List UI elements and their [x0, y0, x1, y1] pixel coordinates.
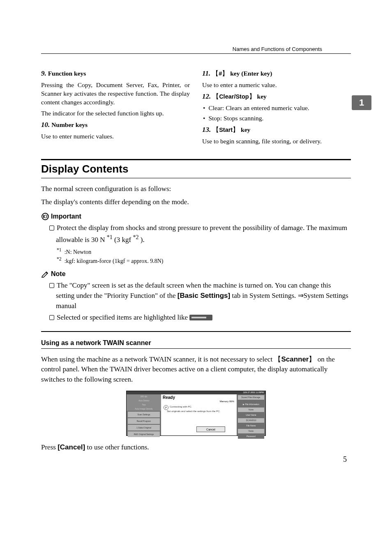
item-9-title: Function keys [48, 70, 86, 77]
item-9-text-2: The indicator for the selected function … [41, 109, 190, 118]
note-icon [41, 270, 49, 278]
item-12-head: 12. 【Clear/Stop】 key [202, 92, 351, 101]
section-p2: The display's contents differ depending … [41, 197, 351, 207]
running-header: Names and Functions of Components [233, 46, 322, 52]
figure-left-btn-3: 1 Sided Original [128, 425, 160, 431]
subsection-p2c: to use other functions. [85, 443, 149, 451]
figure-memory: Memory 99% [220, 400, 234, 403]
item-11-head: 11. 【#】 key (Enter key) [202, 69, 351, 78]
item-13-tail: key [241, 126, 250, 133]
subsection-scanner-key: Scanner [281, 355, 309, 363]
note-1: The "Copy" screen is set as the default … [41, 281, 351, 311]
note-1b: [Basic Settings] [178, 292, 230, 299]
figure-right-top: Stored Files Manage. [238, 395, 264, 400]
important-callout: Important [41, 212, 351, 221]
figure-connect-2: Set originals and select the settings fr… [167, 410, 220, 412]
note-label: Note [51, 270, 66, 278]
figure-left-tab-4: Auto Image Density [127, 407, 161, 411]
item-12-bullet-2: Stop: Stops scanning. [202, 114, 351, 123]
item-10-num: 10. [41, 121, 50, 129]
item-13-num: 13. [202, 126, 211, 134]
checkbox-icon [49, 283, 54, 288]
section-rule-top [41, 159, 351, 160]
header-rule [41, 53, 351, 54]
figure-right-item-6: Password [238, 434, 264, 439]
two-column-block: 9. Function keys Pressing the Copy, Docu… [41, 69, 351, 148]
item-12-tail: key [257, 93, 267, 100]
item-12-bullet-1: Clear: Clears an entered numeric value. [202, 104, 351, 113]
item-11-text: Use to enter a numeric value. [202, 81, 351, 90]
subsection-title: Using as a network TWAIN scanner [41, 339, 351, 347]
figure-right-item-0: ▶ File Information [238, 402, 264, 407]
figure-left-btn-4: R&D Original Settings [128, 431, 160, 437]
figure-right-item-2: User Name [238, 413, 264, 417]
checkbox-icon [49, 315, 54, 320]
figure-left-btn-1: Scan Settings [128, 412, 160, 417]
subsection-p1: When using the machine as a network TWAI… [41, 355, 351, 385]
figure-date: JUN 27.2002 11:09PM [243, 391, 264, 394]
figure-right-item-4: File Name [238, 424, 264, 428]
subsection-cancel-ref: [Cancel] [58, 443, 85, 451]
important-text: Protect the display from shocks and stro… [41, 223, 351, 245]
section-p1: The normal screen configuration is as fo… [41, 184, 351, 194]
figure-left-tab-3: Text [127, 403, 161, 407]
note-2: Selected or specified items are highligh… [41, 313, 351, 323]
item-13-key: Start [219, 127, 233, 133]
item-13-head: 13. 【Start】 key [202, 125, 351, 135]
item-12-num: 12. [202, 92, 211, 100]
note-callout: Note [41, 270, 351, 278]
subsection-rule-top [41, 331, 351, 332]
important-text-a: Protect the display from shocks and stro… [56, 224, 347, 244]
item-10-text-1: Use to enter numeric values. [41, 132, 190, 141]
item-11-tail: key (Enter key) [230, 70, 272, 77]
important-icon [41, 212, 49, 221]
item-9-head: 9. Function keys [41, 69, 190, 78]
figure-topbar: JUN 27.2002 11:09PM [127, 391, 265, 394]
item-12-list: Clear: Clears an entered numeric value. … [202, 104, 351, 123]
item-10-title: Number keys [51, 121, 88, 128]
subsection-rule-bottom [41, 348, 351, 349]
item-11-num: 11. [202, 69, 210, 77]
item-12-key: Clear/Stop [219, 93, 249, 100]
subsection-p2: Press [Cancel] to use other functions. [41, 442, 351, 453]
figure-right-item-5: None [238, 429, 264, 433]
item-10-head: 10. Number keys [41, 120, 190, 130]
figure-left-tab-1: 200 dpi [127, 394, 161, 398]
figure-left-btn-2: Recall Program [128, 418, 160, 424]
figure-right-item-3: SCAN0010 [238, 418, 264, 423]
left-column: 9. Function keys Pressing the Copy, Docu… [41, 69, 190, 148]
important-text-b: (3 kgf [114, 236, 131, 244]
highlight-chip-icon [189, 315, 212, 320]
checkbox-icon [49, 226, 54, 230]
twain-screen-figure: JUN 27.2002 11:09PM 200 dpi Auto Detect … [126, 391, 266, 436]
section-title: Display Contents [41, 163, 351, 175]
figure-right-panel: Stored Files Manage. ▶ File Information … [237, 394, 265, 435]
figure-left-tab-2: Auto Detect [127, 398, 161, 403]
note-2-text: Selected or specified items are highligh… [57, 313, 189, 321]
item-13-text: Use to begin scanning, file storing, or … [202, 137, 351, 146]
page-number: 5 [343, 455, 347, 464]
figure-left-panel: 200 dpi Auto Detect Text Auto Image Dens… [127, 394, 161, 435]
figure-cancel-button: Cancel [196, 426, 225, 432]
pc-icon: P [164, 405, 168, 410]
item-9-num: 9. [41, 69, 46, 77]
section-rule-bottom [41, 178, 351, 178]
footnote-1: *1 :N: Newton [41, 247, 351, 256]
svg-point-0 [42, 213, 48, 220]
item-9-text-1: Pressing the Copy, Document Server, Fax,… [41, 81, 190, 107]
chapter-tab: 1 [352, 95, 371, 110]
subsection-p2a: Press [41, 443, 58, 451]
right-column: 11. 【#】 key (Enter key) Use to enter a n… [202, 69, 351, 148]
figure-connect-1: Connecting with PC. [170, 405, 192, 408]
figure-message: PConnecting with PC. Set originals and s… [164, 405, 234, 412]
important-label: Important [51, 213, 81, 220]
figure-right-item-1: None [238, 408, 264, 412]
important-text-c: ). [141, 236, 145, 244]
subsection-p1a: When using the machine as a network TWAI… [41, 355, 274, 363]
footnote-2: *2 :kgf: kilogram-force (1kgf = approx. … [41, 256, 351, 265]
figure-ready: Ready [163, 395, 175, 400]
